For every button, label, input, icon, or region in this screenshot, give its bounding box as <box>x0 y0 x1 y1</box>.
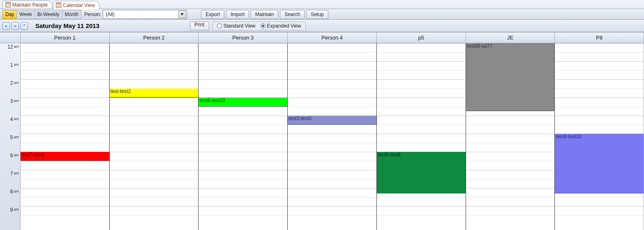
calendar-header-row: Person 1 Person 2 Person 3 Person 4 p5 J… <box>0 33 644 43</box>
column-header: JE <box>466 33 555 43</box>
range-week-button[interactable]: Week <box>16 10 35 19</box>
calendar-column[interactable]: test9-test10 <box>199 43 288 230</box>
calendar-column[interactable]: test7-test8 <box>21 43 110 230</box>
calendar-column[interactable]: test9-test10 <box>555 43 644 230</box>
calendar-event[interactable]: test3-test4 <box>288 116 376 125</box>
radio-icon <box>261 23 265 28</box>
date-title: Saturday May 11 2013 <box>35 22 99 29</box>
toolbar-row-2: < > ^ Saturday May 11 2013 Print Standar… <box>0 20 644 32</box>
form-icon <box>5 2 11 7</box>
calendar-body: 12am1am2am3am4am5am6am7am8am9am test7-te… <box>0 43 644 230</box>
calendar-event[interactable]: test5-test6 <box>377 152 466 193</box>
calendar-column[interactable]: test3-test4 <box>288 43 377 230</box>
column-header: Person 1 <box>21 33 110 43</box>
toolbar-row-1: Day Week Bi-Weekly Month Person: (All) E… <box>0 9 644 20</box>
hour-label: 8am <box>1 189 20 195</box>
tab-label: Maintain People <box>12 2 48 8</box>
view-mode-group: Standard View Expanded View <box>212 21 306 30</box>
column-header: Person 2 <box>110 33 199 43</box>
prev-button[interactable]: < <box>2 22 10 30</box>
calendar-column[interactable]: test88-tst77 <box>466 43 555 230</box>
svg-rect-3 <box>6 6 10 6</box>
up-button[interactable]: ^ <box>21 22 28 30</box>
time-gutter-header <box>0 33 21 43</box>
tab-label: Calendar View <box>63 2 95 8</box>
tab-maintain-people[interactable]: Maintain People <box>2 0 52 9</box>
column-header: p5 <box>377 33 466 43</box>
column-header: Person 4 <box>288 33 377 43</box>
range-biweekly-button[interactable]: Bi-Weekly <box>35 10 62 19</box>
calendar-columns: test7-test8 test-test2 test9-test10 test… <box>21 43 644 230</box>
next-button[interactable]: > <box>12 22 19 30</box>
calendar-event[interactable]: test9-test10 <box>199 98 287 107</box>
hour-label: 12am <box>1 44 20 50</box>
svg-rect-1 <box>6 3 10 4</box>
calendar: Person 1 Person 2 Person 3 Person 4 p5 J… <box>0 32 644 230</box>
tab-calendar-view[interactable]: Calendar View <box>53 1 99 9</box>
print-button[interactable]: Print <box>190 21 209 30</box>
calendar-column[interactable]: test-test2 <box>110 43 199 230</box>
column-header: Person 3 <box>199 33 288 43</box>
time-gutter: 12am1am2am3am4am5am6am7am8am9am <box>0 43 21 230</box>
svg-marker-8 <box>180 13 184 16</box>
svg-rect-2 <box>6 5 10 5</box>
hour-label: 4am <box>1 116 20 122</box>
person-label: Person: <box>83 12 103 17</box>
calendar-column[interactable]: test5-test6 <box>377 43 466 230</box>
svg-rect-5 <box>57 3 60 4</box>
setup-button[interactable]: Setup <box>306 10 328 19</box>
hour-label: 9am <box>1 207 20 213</box>
calendar-event[interactable]: test88-tst77 <box>466 43 555 111</box>
person-select-value: (All) <box>106 12 114 17</box>
calendar-event[interactable]: test-test2 <box>110 88 199 98</box>
column-header: P8 <box>555 33 644 43</box>
svg-rect-7 <box>57 6 60 7</box>
range-day-button[interactable]: Day <box>2 10 17 19</box>
standard-view-radio[interactable]: Standard View <box>217 23 256 29</box>
person-select[interactable]: (All) <box>103 10 187 19</box>
expanded-view-radio[interactable]: Expanded View <box>261 23 301 29</box>
radio-label: Expanded View <box>267 23 301 29</box>
calendar-event[interactable]: test9-test10 <box>555 134 644 193</box>
hour-label: 3am <box>1 98 20 104</box>
radio-icon <box>217 23 222 28</box>
svg-rect-6 <box>57 5 60 5</box>
export-button[interactable]: Export <box>201 10 224 19</box>
calendar-event[interactable]: test7-test8 <box>21 152 109 161</box>
chevron-down-icon <box>178 11 186 18</box>
search-button[interactable]: Search <box>280 10 305 19</box>
hour-label: 5am <box>1 135 20 140</box>
hour-label: 7am <box>1 171 20 177</box>
import-button[interactable]: Import <box>226 10 249 19</box>
hour-label: 2am <box>1 80 20 86</box>
hour-label: 1am <box>1 62 20 68</box>
hour-label: 6am <box>1 153 20 158</box>
range-month-button[interactable]: Month <box>62 10 81 19</box>
document-tabs: Maintain People Calendar View <box>0 0 644 9</box>
radio-label: Standard View <box>224 23 256 29</box>
form-icon <box>56 2 61 8</box>
maintain-button[interactable]: Maintain <box>251 10 278 19</box>
